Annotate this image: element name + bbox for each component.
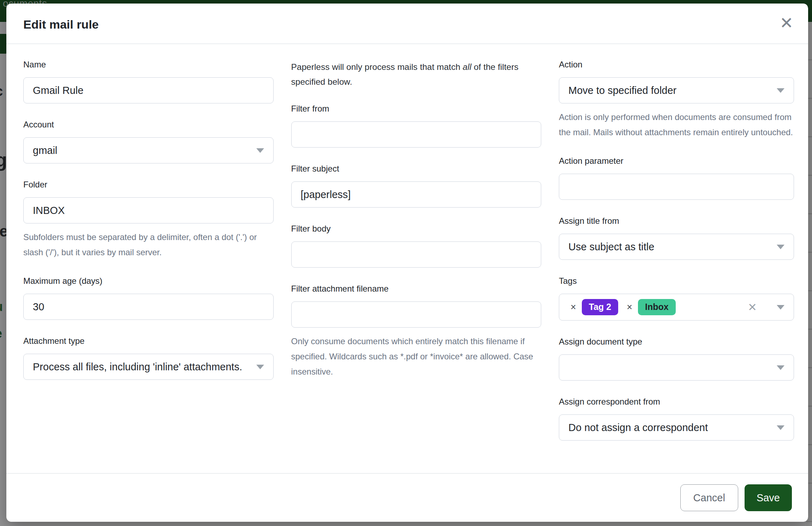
action-label: Action [559,60,794,70]
folder-label: Folder [23,180,274,190]
filter-body-label: Filter body [291,224,542,234]
assign-title-from-select-value: Use subject as title [568,241,654,253]
account-select-value: gmail [33,145,57,156]
field-action-parameter: Action parameter [559,156,794,200]
filter-subject-input[interactable] [291,181,542,208]
action-select-value: Move to specified folder [568,85,676,96]
filter-attachment-filename-input[interactable] [291,301,542,328]
edit-mail-rule-dialog: Edit mail rule ✕ Name Account gmail Fold… [6,4,808,522]
filter-from-label: Filter from [291,104,542,114]
field-filter-attachment-filename: Filter attachment filename Only consume … [291,284,542,379]
field-account: Account gmail [23,120,274,163]
folder-help-text: Subfolders must be separated by a delimi… [23,230,274,260]
name-label: Name [23,60,274,70]
filter-subject-label: Filter subject [291,164,542,174]
attachment-type-select[interactable]: Process all files, including 'inline' at… [23,354,274,380]
remove-tag-icon[interactable]: × [627,303,632,312]
field-filter-body: Filter body [291,224,542,268]
action-select[interactable]: Move to specified folder [559,77,794,103]
field-assign-title-from: Assign title from Use subject as title [559,216,794,260]
chevron-down-icon [256,365,264,369]
assign-correspondent-from-select-value: Do not assign a correspondent [568,422,708,434]
assign-correspondent-from-select[interactable]: Do not assign a correspondent [559,414,794,441]
name-input[interactable] [23,77,274,103]
column-middle: Paperless will only process mails that m… [291,60,542,457]
filters-intro-text: Paperless will only process mails that m… [291,60,542,89]
filter-from-input[interactable] [291,121,542,148]
chevron-down-icon [256,148,264,153]
column-right: Action Move to specified folder Action i… [559,60,794,457]
action-parameter-label: Action parameter [559,156,794,166]
field-name: Name [23,60,274,103]
save-button[interactable]: Save [745,484,792,511]
filters-intro-emphasis: all [463,62,472,72]
field-filter-subject: Filter subject [291,164,542,208]
chevron-down-icon [777,88,784,93]
attachment-type-label: Attachment type [23,336,274,346]
field-action: Action Move to specified folder Action i… [559,60,794,140]
chevron-down-icon [777,245,784,249]
chevron-down-icon [777,365,784,370]
assign-document-type-select[interactable] [559,354,794,381]
field-maximum-age: Maximum age (days) [23,276,274,320]
filter-attachment-filename-label: Filter attachment filename [291,284,542,294]
action-help-text: Action is only performed when documents … [559,110,794,140]
dialog-title: Edit mail rule [23,18,791,31]
account-label: Account [23,120,274,130]
maximum-age-label: Maximum age (days) [23,276,274,286]
assign-document-type-label: Assign document type [559,337,794,347]
tag-badge: Tag 2 [582,299,618,315]
account-select[interactable]: gmail [23,137,274,163]
field-folder: Folder Subfolders must be separated by a… [23,180,274,260]
attachment-type-select-value: Process all files, including 'inline' at… [33,361,242,373]
filters-intro-pre: Paperless will only process mails that m… [291,62,463,72]
cancel-button[interactable]: Cancel [680,484,738,511]
action-parameter-input[interactable] [559,174,794,200]
remove-tag-icon[interactable]: × [571,303,576,312]
folder-input[interactable] [23,197,274,223]
column-left: Name Account gmail Folder Subfolders mus… [23,60,274,457]
chevron-down-icon [777,425,784,430]
filter-attachment-filename-help-text: Only consume documents which entirely ma… [291,334,542,379]
tag-badge: Inbox [638,299,676,315]
tags-controls: ✕ [748,302,784,313]
chevron-down-icon [777,305,784,310]
clear-tags-icon[interactable]: ✕ [748,302,757,313]
dialog-header: Edit mail rule ✕ [6,4,808,44]
field-tags: Tags × Tag 2 × Inbox ✕ [559,276,794,321]
field-assign-correspondent-from: Assign correspondent from Do not assign … [559,397,794,441]
dialog-footer: Cancel Save [6,473,808,522]
filter-body-input[interactable] [291,241,542,268]
assign-title-from-label: Assign title from [559,216,794,226]
field-assign-document-type: Assign document type [559,337,794,381]
tags-select[interactable]: × Tag 2 × Inbox ✕ [559,294,794,321]
maximum-age-input[interactable] [23,294,274,320]
assign-title-from-select[interactable]: Use subject as title [559,234,794,260]
field-filter-from: Filter from [291,104,542,148]
close-icon[interactable]: ✕ [780,15,793,31]
tags-label: Tags [559,276,794,286]
dialog-body: Name Account gmail Folder Subfolders mus… [6,44,808,473]
field-attachment-type: Attachment type Process all files, inclu… [23,336,274,380]
assign-correspondent-from-label: Assign correspondent from [559,397,794,407]
